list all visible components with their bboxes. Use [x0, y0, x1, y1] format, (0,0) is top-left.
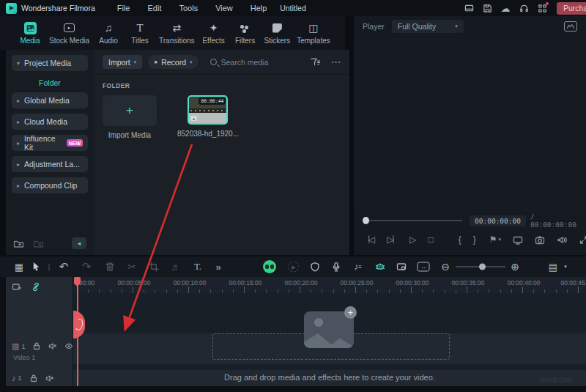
add-track-icon[interactable] [12, 282, 22, 292]
zoom-in-icon[interactable]: ⊕ [511, 261, 519, 273]
play-icon[interactable]: ▷ [409, 234, 416, 245]
redo-icon[interactable]: ↷ [82, 260, 92, 273]
new-folder-icon[interactable] [13, 239, 24, 248]
chevron-right-icon: ▸ [17, 140, 20, 147]
chevron-right-icon: ▸ [17, 97, 20, 104]
auto-ripple-icon[interactable]: ↔ [418, 262, 430, 272]
scopes-icon[interactable] [564, 21, 577, 32]
purchase-button[interactable]: Purchase [557, 2, 586, 15]
mark-in-icon[interactable]: { [459, 234, 461, 245]
layout-icon[interactable] [464, 3, 474, 13]
tab-label: Titles [131, 37, 149, 45]
menu-help[interactable]: Help [251, 4, 267, 12]
tab-filters[interactable]: Filters [233, 22, 258, 45]
ruler-label: 00:00:20:00 [285, 279, 318, 286]
chevron-down-icon: ▾ [455, 23, 458, 29]
more-options-icon[interactable]: ⋯ [331, 56, 341, 67]
menu-tools[interactable]: Tools [179, 4, 198, 12]
zoom-out-icon[interactable]: ⊖ [441, 261, 450, 273]
sidebar-item-global-media[interactable]: ▸ Global Media [12, 92, 88, 108]
stock-media-tab-icon: ▸ [64, 23, 75, 32]
eye-icon[interactable] [64, 342, 73, 350]
fullscreen-icon[interactable] [579, 235, 586, 245]
tab-transitions[interactable]: ⇄ Transitions [159, 22, 195, 45]
import-button[interactable]: Import ▾ [103, 55, 142, 69]
undo-icon[interactable]: ↶ [59, 260, 69, 273]
link-clips-icon[interactable] [31, 282, 41, 292]
import-plus-icon[interactable]: + [103, 95, 157, 126]
sidebar-item-project-media[interactable]: ▾ Project Media [12, 55, 88, 71]
preview-display-icon[interactable] [513, 235, 523, 245]
zoom-slider-handle[interactable] [479, 264, 486, 270]
voiceover-mic-icon[interactable] [331, 262, 341, 272]
tab-stock-media[interactable]: ▸ Stock Media [49, 22, 89, 45]
sidebar-item-influence-kit[interactable]: ▸ Influence Kit NEW [12, 135, 88, 151]
sidebar-item-adjustment-layer[interactable]: ▸ Adjustment La... [12, 156, 88, 172]
app-brand: Wondershare Filmora [21, 4, 95, 12]
tab-stickers[interactable]: Stickers [264, 22, 291, 45]
screen-recorder-icon[interactable] [396, 262, 407, 272]
tab-titles[interactable]: T Titles [127, 22, 152, 45]
marker-icon[interactable]: ⚑ [489, 234, 497, 245]
next-frame-icon[interactable]: ▷ [387, 234, 398, 245]
tab-templates[interactable]: ◫ Templates [297, 22, 330, 45]
chevron-down-icon[interactable]: ▾ [564, 264, 567, 270]
sidebar-item-compound-clip[interactable]: ▸ Compound Clip [12, 177, 88, 193]
chevron-down-icon[interactable]: ▾ [499, 237, 502, 243]
clip-duration-badge: 00:00:44 [199, 97, 226, 105]
filters-tab-icon [240, 25, 244, 29]
tab-audio[interactable]: ♫ Audio [96, 22, 121, 45]
save-icon[interactable] [482, 3, 492, 13]
total-timecode: / 00:00:00:00 [530, 212, 577, 229]
cloud-upload-icon[interactable]: ☁ [500, 3, 511, 13]
filter-funnel-icon[interactable] [310, 57, 321, 67]
tab-media[interactable]: Media [18, 22, 42, 45]
lock-icon[interactable] [29, 374, 38, 382]
media-browser-toggle-icon[interactable]: ▦ [15, 262, 23, 273]
menu-file[interactable]: File [117, 4, 130, 12]
speed-ramping-icon[interactable]: ♬ [171, 262, 181, 273]
auto-beat-sync-icon[interactable] [375, 262, 385, 272]
import-media-tile[interactable]: + Import Media [103, 95, 157, 139]
snapshot-camera-icon[interactable] [535, 235, 545, 245]
audio-track-controls: ♪ 1 [12, 374, 54, 382]
add-media-plus-icon[interactable]: + [344, 306, 357, 319]
sidebar-item-cloud-media[interactable]: ▸ Cloud Media [12, 114, 88, 130]
stop-icon[interactable]: □ [429, 234, 434, 245]
track-height-icon[interactable]: ▤ [549, 262, 557, 273]
text-tool-icon[interactable]: T. [194, 261, 201, 273]
media-clip-tile[interactable]: 00:00:44 ▸ 852038-hd_1920... [177, 95, 239, 138]
speaker-icon[interactable] [45, 374, 54, 382]
previous-frame-icon[interactable]: ◁ [364, 234, 375, 245]
mark-out-icon[interactable]: } [473, 234, 476, 245]
split-scissors-icon[interactable]: ✂ [127, 261, 136, 273]
delete-icon[interactable] [105, 262, 115, 272]
mute-speaker-icon[interactable] [48, 342, 57, 350]
collapse-sidebar-button[interactable]: ◂ [72, 237, 86, 249]
audio-stretch-icon[interactable]: ♪≡ [354, 262, 361, 272]
sidebar-item-folder[interactable]: Folder [6, 78, 94, 87]
lock-icon[interactable] [32, 342, 41, 350]
timeline-ruler[interactable]: 00:00 00:00:05:00 00:00:10:00 00:00:15:0… [73, 277, 586, 293]
apps-grid-icon[interactable] [537, 3, 547, 13]
record-button[interactable]: ● Record ▾ [148, 55, 198, 69]
menu-view[interactable]: View [215, 4, 233, 12]
seek-handle[interactable] [363, 217, 369, 224]
select-tool-icon[interactable] [31, 262, 41, 272]
seek-track[interactable] [369, 220, 462, 221]
tab-effects[interactable]: ✦ Effects [201, 22, 226, 45]
clip-thumbnail[interactable]: 00:00:44 ▸ [188, 95, 228, 125]
crop-icon[interactable] [149, 262, 159, 272]
quality-dropdown[interactable]: Full Quality ▾ [392, 20, 464, 33]
volume-icon[interactable] [557, 235, 567, 245]
more-tools-icon[interactable]: » [215, 262, 220, 273]
menu-edit[interactable]: Edit [148, 4, 162, 12]
ai-mask-icon[interactable] [263, 260, 276, 273]
headset-icon[interactable] [519, 3, 529, 13]
playback-controls: ◁ ▷ ▷ □ { } ⚑ ▾ [354, 229, 586, 251]
render-preview-icon[interactable]: ▶ [289, 262, 300, 273]
delete-folder-icon[interactable] [33, 239, 44, 248]
shield-icon[interactable] [310, 262, 320, 272]
search-input[interactable] [221, 58, 302, 67]
chevron-down-icon: ▾ [190, 59, 193, 65]
